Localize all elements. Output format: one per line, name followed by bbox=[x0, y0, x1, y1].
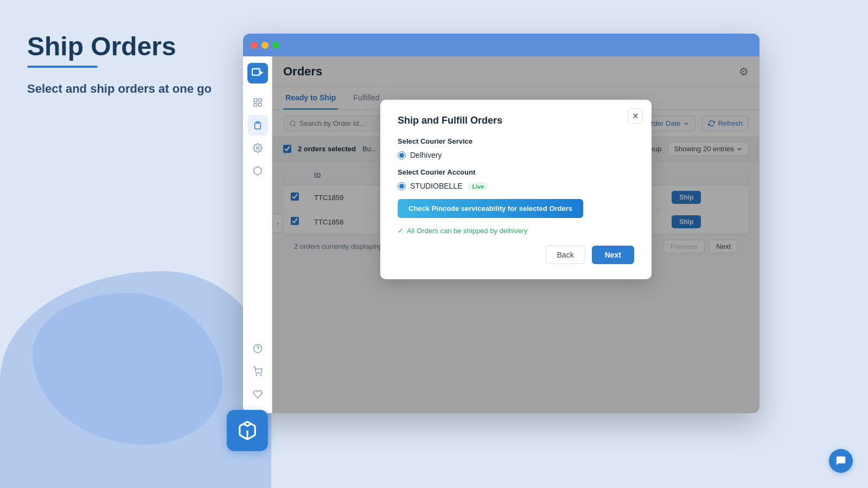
courier-option-label: Delhivery bbox=[410, 151, 442, 159]
modal-footer: Back Next bbox=[398, 246, 634, 264]
account-option-label: STUDIOBELLE Live bbox=[410, 182, 488, 190]
chat-icon bbox=[835, 455, 847, 467]
modal-title: Ship and Fulfill Orders bbox=[398, 115, 634, 126]
tl-yellow[interactable] bbox=[261, 42, 269, 49]
sidebar-bottom bbox=[247, 338, 268, 413]
account-radio[interactable] bbox=[398, 182, 406, 190]
modal: Ship and Fulfill Orders ✕ Select Courier… bbox=[380, 100, 652, 279]
svg-rect-1 bbox=[254, 99, 257, 101]
sidebar-item-wishlist[interactable] bbox=[247, 384, 268, 404]
svg-rect-0 bbox=[252, 69, 259, 75]
svg-rect-4 bbox=[258, 104, 261, 106]
checkmark-icon: ✓ bbox=[398, 227, 404, 235]
title-underline bbox=[27, 66, 98, 68]
modal-close-btn[interactable]: ✕ bbox=[628, 108, 643, 124]
svg-rect-3 bbox=[254, 104, 257, 106]
title-bar bbox=[243, 34, 760, 56]
check-pincode-btn[interactable]: Check Pincode serviceability for selecte… bbox=[398, 199, 583, 218]
success-message: ✓ All Orders can be shipped by delhivery bbox=[398, 227, 634, 235]
courier-account-label: Select Courier Account bbox=[398, 168, 634, 176]
tl-red[interactable] bbox=[251, 42, 258, 49]
modal-overlay: Ship and Fulfill Orders ✕ Select Courier… bbox=[272, 56, 760, 413]
sidebar bbox=[243, 56, 272, 413]
sidebar-logo[interactable] bbox=[247, 63, 268, 84]
left-panel: Ship Orders Select and ship orders at on… bbox=[0, 0, 239, 488]
svg-point-10 bbox=[260, 375, 261, 376]
sidebar-item-dashboard[interactable] bbox=[247, 92, 268, 113]
next-btn-modal[interactable]: Next bbox=[592, 246, 634, 264]
chat-bubble[interactable] bbox=[829, 449, 853, 473]
app-body: › Orders ⚙ Ready to Ship Fulfilled bbox=[243, 56, 760, 413]
sidebar-item-returns[interactable] bbox=[247, 160, 268, 181]
content-area: Orders ⚙ Ready to Ship Fulfilled Shippin bbox=[272, 56, 760, 413]
svg-point-6 bbox=[256, 147, 259, 150]
sidebar-item-support[interactable] bbox=[247, 338, 268, 359]
courier-service-label: Select Courier Service bbox=[398, 137, 634, 145]
svg-rect-5 bbox=[256, 121, 259, 123]
main-subtitle: Select and ship orders at one go bbox=[27, 81, 212, 98]
app-icon-svg bbox=[237, 420, 258, 441]
svg-point-9 bbox=[256, 375, 257, 376]
sidebar-item-settings[interactable] bbox=[247, 138, 268, 158]
sidebar-item-orders[interactable] bbox=[247, 115, 268, 136]
bottom-app-icon[interactable] bbox=[227, 410, 268, 451]
main-title: Ship Orders bbox=[27, 33, 212, 61]
sidebar-item-cart[interactable] bbox=[247, 361, 268, 382]
back-btn[interactable]: Back bbox=[546, 246, 585, 264]
app-window: › Orders ⚙ Ready to Ship Fulfilled bbox=[243, 34, 760, 413]
svg-rect-2 bbox=[258, 99, 261, 101]
live-badge: Live bbox=[468, 182, 488, 191]
courier-option-row: Delhivery bbox=[398, 151, 634, 159]
courier-radio[interactable] bbox=[398, 151, 406, 159]
tl-green[interactable] bbox=[272, 42, 279, 49]
account-option-row: STUDIOBELLE Live bbox=[398, 182, 634, 190]
